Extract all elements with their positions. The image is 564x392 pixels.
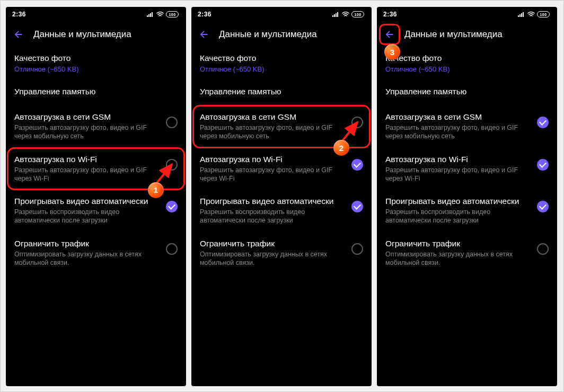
header: Данные и мультимедиа <box>377 22 557 47</box>
status-time: 2:36 <box>198 11 212 18</box>
back-arrow-icon[interactable] <box>11 27 26 42</box>
setting-wifi-desc: Разрешить автозагрузку фото, видео и GIF… <box>385 166 532 183</box>
svg-rect-17 <box>523 12 524 17</box>
setting-autoplay-checkbox[interactable] <box>166 201 178 212</box>
setting-autoplay-title: Проигрывать видео автоматически <box>14 197 161 206</box>
setting-limit-desc: Оптимизировать загрузку данных в сетях м… <box>200 250 346 268</box>
photo-quality-value: Отличное (~650 KB) <box>14 65 178 73</box>
status-time: 2:36 <box>12 11 26 18</box>
svg-rect-16 <box>521 13 522 17</box>
setting-autoplay-title: Проигрывать видео автоматически <box>385 197 532 206</box>
status-icons: 100 <box>147 11 180 17</box>
setting-wifi-checkbox[interactable] <box>351 159 363 171</box>
status-bar: 2:36 100 <box>6 7 186 22</box>
setting-limit[interactable]: Ограничить трафик Оптимизировать загрузк… <box>6 233 186 275</box>
setting-gsm-desc: Разрешить автозагрузку фото, видео и GIF… <box>385 123 532 141</box>
header: Данные и мультимедиа <box>191 22 372 47</box>
setting-wifi-desc: Разрешить автозагрузку фото, видео и GIF… <box>14 166 161 183</box>
setting-autoplay[interactable]: Проигрывать видео автоматически Разрешит… <box>6 190 186 233</box>
setting-limit-title: Ограничить трафик <box>200 239 346 248</box>
photo-quality-title: Качество фото <box>200 54 363 63</box>
svg-rect-14 <box>518 15 519 17</box>
memory-management-item[interactable]: Управление памятью <box>6 81 186 106</box>
setting-wifi-checkbox[interactable] <box>166 159 178 171</box>
setting-gsm-title: Автозагрузка в сети GSM <box>14 112 161 122</box>
setting-gsm-checkbox[interactable] <box>166 117 178 128</box>
setting-autoplay-desc: Разрешить воспроизводить видео автоматич… <box>200 208 346 225</box>
photo-quality-title: Качество фото <box>385 54 549 63</box>
setting-limit-checkbox[interactable] <box>351 243 363 255</box>
memory-title: Управление памятью <box>14 87 178 96</box>
setting-autoplay-desc: Разрешить воспроизводить видео автоматич… <box>385 208 532 225</box>
status-time: 2:36 <box>383 11 397 18</box>
svg-rect-8 <box>334 14 335 17</box>
setting-gsm-desc: Разрешить автозагрузку фото, видео и GIF… <box>14 123 161 141</box>
back-arrow-icon[interactable] <box>382 27 397 42</box>
photo-quality-item[interactable]: Качество фото Отличное (~650 KB) <box>191 47 372 81</box>
setting-autoplay-checkbox[interactable] <box>351 201 363 212</box>
setting-limit-title: Ограничить трафик <box>385 239 532 248</box>
setting-gsm-title: Автозагрузка в сети GSM <box>200 112 346 122</box>
setting-wifi-title: Автозагрузка по Wi-Fi <box>200 155 346 164</box>
photo-quality-value: Отличное (~650 KB) <box>200 65 363 73</box>
photo-quality-title: Качество фото <box>14 54 178 63</box>
header: Данные и мультимедиа <box>6 22 186 47</box>
svg-rect-9 <box>336 13 337 17</box>
setting-gsm-desc: Разрешить автозагрузку фото, видео и GIF… <box>200 123 346 141</box>
back-arrow-icon[interactable] <box>197 27 212 42</box>
svg-rect-10 <box>337 12 338 17</box>
setting-gsm[interactable]: Автозагрузка в сети GSM Разрешить автоза… <box>191 106 372 148</box>
photo-quality-value: Отличное (~650 KB) <box>385 65 549 73</box>
setting-limit-title: Ограничить трафик <box>14 239 161 248</box>
setting-wifi[interactable]: Автозагрузка по Wi-Fi Разрешить автозагр… <box>377 148 557 191</box>
svg-rect-7 <box>332 15 333 17</box>
svg-rect-0 <box>147 15 148 17</box>
setting-limit-desc: Оптимизировать загрузку данных в сетях м… <box>14 250 161 268</box>
svg-rect-3 <box>152 12 153 17</box>
setting-autoplay-desc: Разрешить воспроизводить видео автоматич… <box>14 208 161 225</box>
memory-title: Управление памятью <box>200 87 363 96</box>
status-bar: 2:36 100 <box>377 7 557 22</box>
setting-gsm[interactable]: Автозагрузка в сети GSM Разрешить автоза… <box>6 106 186 148</box>
setting-gsm[interactable]: Автозагрузка в сети GSM Разрешить автоза… <box>377 106 557 148</box>
setting-wifi[interactable]: Автозагрузка по Wi-Fi Разрешить автозагр… <box>191 148 372 191</box>
page-title: Данные и мультимедиа <box>219 29 317 40</box>
setting-wifi-title: Автозагрузка по Wi-Fi <box>14 155 161 164</box>
setting-limit[interactable]: Ограничить трафик Оптимизировать загрузк… <box>377 233 557 275</box>
setting-autoplay[interactable]: Проигрывать видео автоматически Разрешит… <box>377 190 557 233</box>
memory-title: Управление памятью <box>385 87 549 96</box>
svg-rect-2 <box>150 13 151 17</box>
setting-limit-checkbox[interactable] <box>537 243 549 255</box>
setting-wifi-desc: Разрешить автозагрузку фото, видео и GIF… <box>200 166 346 183</box>
setting-autoplay[interactable]: Проигрывать видео автоматически Разрешит… <box>191 190 372 233</box>
setting-autoplay-title: Проигрывать видео автоматически <box>200 197 346 206</box>
setting-gsm-checkbox[interactable] <box>537 117 549 128</box>
memory-management-item[interactable]: Управление памятью <box>191 81 372 106</box>
svg-text:100: 100 <box>540 13 547 16</box>
memory-management-item[interactable]: Управление памятью <box>377 81 557 106</box>
setting-wifi-title: Автозагрузка по Wi-Fi <box>385 155 532 164</box>
svg-text:100: 100 <box>354 13 361 16</box>
photo-quality-item[interactable]: Качество фото Отличное (~650 KB) <box>377 47 557 81</box>
setting-limit-checkbox[interactable] <box>166 243 178 255</box>
setting-gsm-checkbox[interactable] <box>351 117 363 128</box>
setting-gsm-title: Автозагрузка в сети GSM <box>385 112 532 122</box>
setting-autoplay-checkbox[interactable] <box>537 201 549 212</box>
status-icons: 100 <box>518 11 551 17</box>
page-title: Данные и мультимедиа <box>404 29 503 40</box>
page-title: Данные и мультимедиа <box>33 29 131 40</box>
photo-quality-item[interactable]: Качество фото Отличное (~650 KB) <box>6 47 186 81</box>
status-icons: 100 <box>332 11 365 17</box>
svg-rect-15 <box>519 14 521 17</box>
setting-limit[interactable]: Ограничить трафик Оптимизировать загрузк… <box>191 233 372 275</box>
svg-text:100: 100 <box>169 13 175 16</box>
setting-wifi[interactable]: Автозагрузка по Wi-Fi Разрешить автозагр… <box>6 148 186 191</box>
svg-rect-1 <box>148 14 149 17</box>
setting-limit-desc: Оптимизировать загрузку данных в сетях м… <box>385 250 532 268</box>
setting-wifi-checkbox[interactable] <box>537 159 549 171</box>
status-bar: 2:36 100 <box>191 7 372 22</box>
